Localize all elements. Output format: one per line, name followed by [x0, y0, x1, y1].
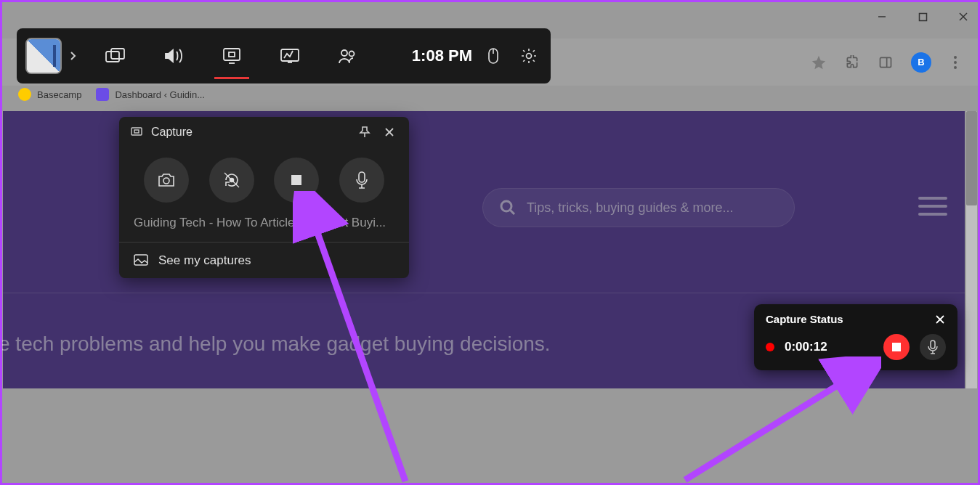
svg-rect-21 [134, 130, 139, 133]
mic-status-button[interactable] [920, 334, 946, 360]
performance-button[interactable] [261, 28, 319, 83]
bookmark-label: Dashboard ‹ Guidin... [115, 89, 205, 100]
svg-point-6 [501, 201, 511, 211]
svg-line-27 [224, 173, 239, 187]
search-input[interactable]: Tips, tricks, buying guides & more... [482, 188, 795, 227]
svg-rect-28 [291, 175, 301, 185]
svg-rect-1 [919, 13, 926, 20]
social-button[interactable] [319, 28, 377, 83]
record-last-icon [222, 171, 241, 189]
stop-record-button[interactable] [274, 158, 319, 203]
guidingtech-favicon-icon [96, 88, 109, 101]
svg-rect-8 [106, 52, 119, 62]
see-captures-button[interactable]: See my captures [119, 242, 409, 278]
stop-recording-button[interactable] [883, 334, 910, 360]
scrollbar[interactable] [966, 111, 977, 388]
svg-point-25 [163, 178, 169, 184]
search-placeholder: Tips, tricks, buying guides & more... [527, 200, 733, 216]
close-button[interactable] [955, 8, 972, 25]
settings-button[interactable] [520, 47, 538, 65]
performance-icon [280, 48, 300, 64]
mouse-icon[interactable] [487, 47, 500, 65]
star-icon[interactable] [811, 54, 827, 70]
search-icon [499, 199, 517, 216]
clock: 1:08 PM [397, 46, 487, 65]
capture-widget-icon [131, 126, 142, 138]
bookmark-item[interactable]: Basecamp [18, 88, 81, 101]
pin-icon [358, 126, 371, 139]
capture-widget-title: Capture [151, 126, 193, 139]
microphone-icon [355, 171, 369, 189]
svg-rect-29 [359, 172, 365, 182]
svg-line-7 [510, 210, 514, 214]
widgets-icon [105, 48, 126, 64]
close-status-button[interactable] [934, 314, 946, 325]
see-captures-label: See my captures [158, 253, 251, 268]
capture-button[interactable] [203, 28, 261, 83]
microphone-icon [928, 340, 938, 354]
capture-icon [222, 47, 241, 65]
svg-rect-4 [880, 57, 891, 67]
minimize-button[interactable] [873, 8, 891, 25]
maximize-button[interactable] [914, 8, 931, 25]
bookmark-label: Basecamp [37, 89, 81, 100]
elapsed-time: 0:00:12 [785, 340, 873, 354]
profile-avatar[interactable]: B [911, 52, 931, 73]
gear-icon [520, 47, 538, 65]
svg-point-19 [527, 54, 532, 59]
svg-point-16 [349, 52, 355, 57]
widgets-button[interactable] [86, 28, 145, 83]
pin-button[interactable] [357, 124, 373, 140]
divider [3, 293, 965, 293]
basecamp-favicon-icon [18, 88, 31, 101]
sidepanel-icon[interactable] [878, 54, 894, 70]
menu-button[interactable] [918, 197, 947, 216]
svg-rect-11 [229, 52, 235, 57]
svg-rect-20 [131, 128, 142, 135]
record-last-button[interactable] [209, 158, 254, 203]
svg-point-15 [341, 50, 347, 56]
close-icon [384, 126, 395, 138]
mic-toggle-button[interactable] [339, 158, 384, 203]
capture-status-widget: Capture Status 0:00:12 [754, 304, 957, 370]
extensions-icon[interactable] [844, 54, 860, 70]
capture-status-title: Capture Status [766, 313, 843, 325]
screenshot-button[interactable] [144, 158, 189, 203]
svg-rect-9 [111, 49, 124, 59]
close-widget-button[interactable] [381, 124, 397, 140]
page-subheading: ve tech problems and help you make gadge… [0, 333, 551, 356]
svg-rect-10 [224, 49, 240, 60]
stop-icon [289, 173, 304, 187]
scrollbar-thumb[interactable] [966, 111, 977, 205]
camera-icon [157, 172, 176, 188]
svg-rect-33 [931, 341, 935, 349]
capture-widget: Capture Guiding Tech - How To Articles, … [119, 117, 409, 278]
audio-icon [163, 47, 184, 65]
active-app-icon[interactable] [25, 38, 62, 74]
browser-menu-button[interactable] [949, 56, 962, 69]
gallery-icon [134, 254, 148, 267]
xbox-social-icon [338, 48, 358, 64]
stop-icon [892, 343, 901, 351]
close-icon [934, 314, 946, 325]
audio-button[interactable] [145, 28, 203, 83]
xbox-game-bar: 1:08 PM [17, 28, 551, 83]
recording-indicator-icon [766, 343, 774, 351]
bookmark-item[interactable]: Dashboard ‹ Guidin... [96, 88, 205, 101]
chevron-right-icon[interactable] [69, 51, 76, 61]
active-window-title: Guiding Tech - How To Articles, Gadget B… [119, 210, 409, 242]
